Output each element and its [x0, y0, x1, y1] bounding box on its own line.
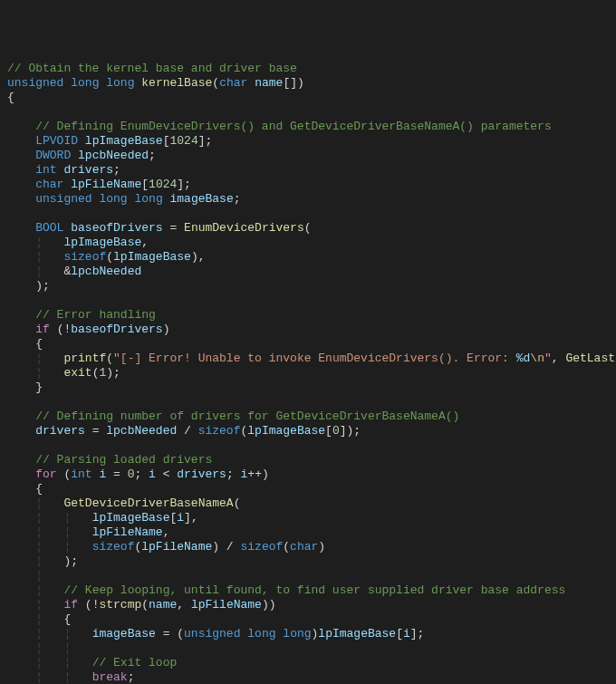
code-line: ¦ ); [7, 554, 609, 569]
code-line: ¦ ¦ sizeof(lpFileName) / sizeof(char) [7, 540, 609, 554]
code-line: // Error handling [7, 308, 609, 323]
code-line: ); [7, 279, 609, 294]
code-line: ¦ ¦ // Exit loop [7, 656, 609, 670]
code-line: BOOL baseofDrivers = EnumDeviceDrivers( [7, 221, 609, 236]
code-line: ¦ // Keep looping, until found, to find … [7, 583, 609, 598]
code-line: LPVOID lpImageBase[1024]; [7, 134, 609, 149]
code-line [7, 395, 609, 409]
code-line: // Parsing loaded drivers [7, 453, 609, 467]
code-line: ¦ ¦ lpImageBase[i], [7, 511, 609, 525]
code-line: // Obtain the kernel base and driver bas… [7, 62, 609, 76]
code-line [7, 105, 609, 120]
code-line: for (int i = 0; i < drivers; i++) [7, 467, 609, 482]
code-block: // Obtain the kernel base and driver bas… [7, 62, 609, 684]
code-line [7, 438, 609, 453]
code-line: ¦ [7, 569, 609, 583]
code-line: ¦ exit(1); [7, 366, 609, 381]
code-line: unsigned long long imageBase; [7, 192, 609, 207]
code-line: // Defining EnumDeviceDrivers() and GetD… [7, 120, 609, 134]
code-line: ¦ &lpcbNeeded [7, 265, 609, 279]
code-line: ¦ lpImageBase, [7, 236, 609, 250]
code-line: ¦ ¦ [7, 641, 609, 656]
code-line: char lpFileName[1024]; [7, 178, 609, 192]
code-line: DWORD lpcbNeeded; [7, 149, 609, 163]
code-line: } [7, 381, 609, 395]
code-line [7, 207, 609, 221]
code-line: if (!baseofDrivers) [7, 323, 609, 337]
code-line: ¦ printf("[-] Error! Unable to invoke En… [7, 352, 609, 366]
code-line: ¦ GetDeviceDriverBaseNameA( [7, 496, 609, 511]
code-line: ¦ ¦ imageBase = (unsigned long long)lpIm… [7, 627, 609, 641]
code-line: ¦ { [7, 612, 609, 627]
code-line: int drivers; [7, 163, 609, 178]
code-line: ¦ sizeof(lpImageBase), [7, 250, 609, 265]
code-line: ¦ ¦ lpFileName, [7, 525, 609, 540]
code-line: { [7, 91, 609, 105]
code-line: unsigned long long kernelBase(char name[… [7, 76, 609, 91]
code-line: { [7, 482, 609, 496]
code-line [7, 294, 609, 308]
code-line: ¦ if (!strcmp(name, lpFileName)) [7, 598, 609, 612]
code-line: { [7, 337, 609, 352]
code-line: // Defining number of drivers for GetDev… [7, 409, 609, 424]
code-line: ¦ ¦ break; [7, 670, 609, 684]
code-line: drivers = lpcbNeeded / sizeof(lpImageBas… [7, 424, 609, 438]
